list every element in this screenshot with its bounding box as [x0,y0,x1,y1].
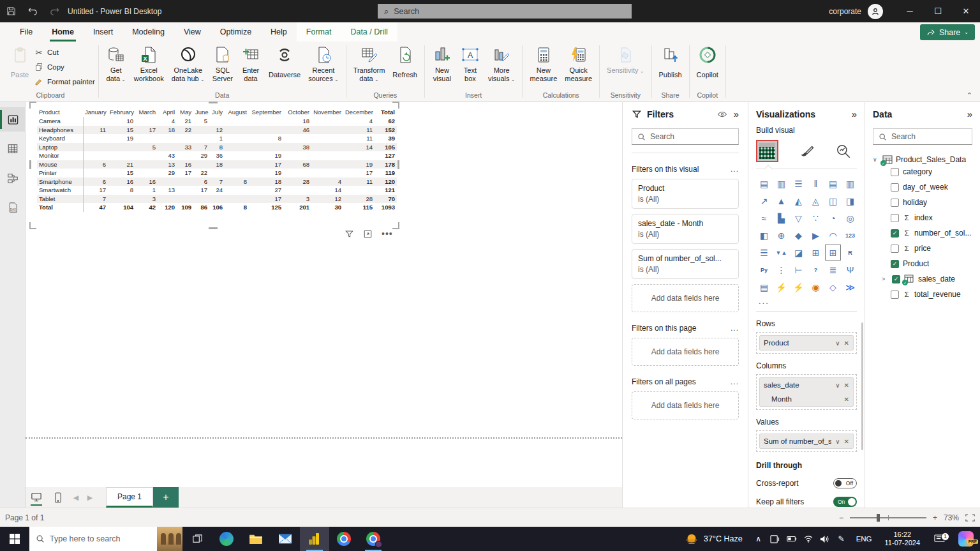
field-item-sales-date[interactable]: >✓✓sales_date [873,271,972,287]
visual-handle[interactable] [392,222,399,229]
clock[interactable]: 16:22 11-07-2024 [879,531,926,547]
power-bi-button[interactable] [300,527,329,551]
chrome-button[interactable] [329,527,359,551]
add-data-fields-dropzone[interactable]: Add data fields here [632,284,739,312]
field-item-holiday[interactable]: holiday [873,195,972,210]
card-new-icon[interactable]: ⚡ [773,279,789,295]
filter-card[interactable]: sales_date - Monthis (All) [632,214,739,244]
decomposition-tree-icon[interactable]: ⊢ [791,262,806,278]
arcgis-map-icon[interactable]: ◉ [808,279,824,295]
build-visual-tab[interactable] [756,140,778,162]
filters-search-input[interactable]: Search [632,128,739,145]
menu-tab-file[interactable]: File [10,22,42,42]
100-stacked-column-chart-icon[interactable]: ▥ [842,176,858,192]
format-visual-tab[interactable] [799,143,815,160]
start-button[interactable] [0,527,29,551]
stacked-column-chart-icon[interactable]: ▥ [773,176,789,192]
new-visual-button[interactable]: Newvisual [428,43,456,85]
mobile-layout-button[interactable] [47,487,69,508]
columns-well[interactable]: sales_date∨✕Month✕ [756,374,857,410]
chevron-right-icon[interactable]: > [882,276,888,282]
get-data-button[interactable]: Getdata ⌄ [102,43,130,86]
visual-handle[interactable] [29,160,31,169]
recent-sources-button[interactable]: Recentsources ⌄ [304,43,342,86]
100-stacked-bar-chart-icon[interactable]: ▤ [825,176,841,192]
eye-icon[interactable] [717,109,727,119]
donut-chart-icon[interactable]: ◎ [842,210,858,226]
visual-filter-icon[interactable] [345,229,354,239]
analytics-tab[interactable] [835,143,852,160]
visual-handle[interactable] [392,102,399,109]
weather-widget[interactable]: 37°C Haze [677,532,750,546]
stacked-bar-chart-icon[interactable]: ▤ [756,176,772,192]
field-checkbox[interactable] [891,214,899,222]
scatter-chart-icon[interactable]: ∵ [808,210,824,226]
publish-button[interactable]: Publish [655,43,686,85]
redo-icon[interactable] [43,0,65,22]
field-checkbox[interactable]: ✓ [891,229,899,238]
undo-icon[interactable] [22,0,43,22]
file-explorer-button[interactable] [241,527,271,551]
task-view-button[interactable] [182,527,212,551]
slicer-new-icon[interactable]: ⚡ [791,279,806,295]
chevron-down-icon[interactable]: ∨ [835,438,840,445]
field-item-product[interactable]: ✓Product [873,256,972,271]
metrics-icon[interactable]: Ψ [842,262,858,278]
clustered-column-chart-icon[interactable]: ‖ [808,176,824,192]
scrollbar[interactable] [861,322,863,450]
title-search-input[interactable]: ⌕ Search [378,4,632,19]
field-item-day-of-week[interactable]: day_of_week [873,179,972,195]
table-view-button[interactable] [0,137,26,161]
menu-tab-format[interactable]: Format [297,22,341,42]
keep-all-filters-toggle[interactable]: On [833,497,857,507]
notification-center-button[interactable]: 1 [926,534,952,544]
excel-workbook-button[interactable]: XExcelworkbook [130,43,168,85]
field-checkbox[interactable] [891,291,899,299]
remove-field-icon[interactable]: ✕ [844,396,849,403]
line-chart-icon[interactable]: ↗ [756,193,772,209]
dax-query-view-button[interactable]: DAX [0,195,26,220]
power-apps-visual-icon[interactable]: ◇ [825,279,841,295]
kpi-icon[interactable]: ▼▲ [773,245,789,260]
slicer-icon[interactable]: ◪ [791,245,806,260]
format-painter-button[interactable]: Format painter [34,77,95,87]
filter-card[interactable]: Sum of number_of_sol...is (All) [632,249,739,279]
enter-data-button[interactable]: Enterdata [237,43,265,85]
wifi-icon[interactable] [800,535,817,543]
paste-button[interactable]: Paste [6,43,34,85]
new-measure-button[interactable]: Newmeasure [526,43,561,85]
remove-field-icon[interactable]: ✕ [844,340,849,347]
remove-field-icon[interactable]: ✕ [844,382,849,389]
search-highlight-image[interactable] [157,527,182,551]
new-page-button[interactable]: + [153,487,179,508]
section-menu-icon[interactable]: ... [731,324,739,333]
ribbon-chart-icon[interactable]: ≈ [756,210,772,226]
previous-page-arrow[interactable]: ◀ [69,487,83,508]
area-chart-icon[interactable]: ▲ [773,193,789,209]
field-pill[interactable]: sales_date∨✕ [760,378,853,392]
field-pill[interactable]: Sum of number_of_so...∨✕ [760,434,853,448]
copilot-button[interactable]: Copilot [693,43,722,85]
gauge-icon[interactable]: ◠ [825,227,841,243]
line-and-clustered-column-chart-icon[interactable]: ◨ [842,193,858,209]
pie-chart-icon[interactable]: ◔ [825,210,841,226]
menu-tab-modeling[interactable]: Modeling [122,22,174,42]
transform-data-button[interactable]: Transformdata ⌄ [350,43,389,86]
funnel-chart-icon[interactable]: ▽ [791,210,806,226]
waterfall-chart-icon[interactable]: ▙ [773,210,789,226]
fit-to-page-icon[interactable] [965,514,975,522]
desktop-layout-button[interactable] [26,487,47,508]
field-item-category[interactable]: category [873,164,972,179]
dataverse-button[interactable]: Dataverse [265,43,304,85]
section-menu-icon[interactable]: ... [731,165,739,174]
minimize-button[interactable]: ─ [896,0,924,22]
tablet-mode-icon[interactable] [767,535,783,543]
chevron-down-icon[interactable]: ∨ [873,156,879,163]
field-item-price[interactable]: Σprice [873,241,972,256]
cross-report-toggle[interactable]: Off [833,478,857,488]
filled-map-icon[interactable]: ◆ [791,227,806,243]
more-visuals-button[interactable]: Morevisuals ⌄ [484,43,519,86]
filter-card[interactable]: Productis (All) [632,179,739,209]
map-icon[interactable]: ⊕ [773,227,789,243]
field-item-total-revenue[interactable]: Σtotal_revenue [873,287,972,302]
